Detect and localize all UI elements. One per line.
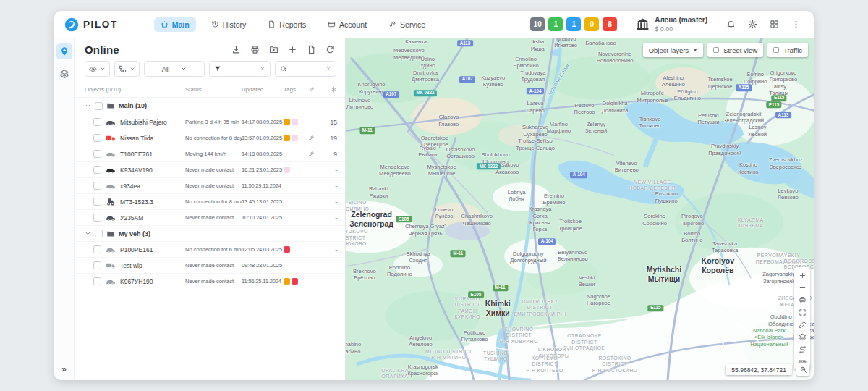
- nav-main[interactable]: Main: [154, 17, 196, 32]
- zoom-out-button[interactable]: [794, 282, 810, 294]
- collapse-chevron-icon[interactable]: [85, 230, 91, 237]
- print-map-button[interactable]: [794, 294, 810, 306]
- tag-swatch: [284, 119, 290, 125]
- col-objects[interactable]: Objects (0/10): [85, 86, 185, 93]
- object-name[interactable]: Mitsubishi Pajero: [120, 119, 167, 126]
- row-checkbox[interactable]: [93, 214, 101, 222]
- object-row[interactable]: K967УН190 Never made contact 11:56 25.11…: [75, 273, 345, 289]
- map-layers-button[interactable]: [794, 331, 810, 343]
- satellite-count: -: [318, 167, 337, 174]
- zoom-in-button[interactable]: [794, 269, 810, 282]
- area-zoom-button[interactable]: [796, 363, 809, 376]
- nav-account[interactable]: Account: [321, 17, 373, 32]
- nav-service[interactable]: Service: [382, 17, 432, 32]
- row-checkbox[interactable]: [93, 150, 101, 158]
- app-body: » Online All: [54, 38, 814, 380]
- object-status: Never made contact: [185, 214, 242, 221]
- street-view-toggle[interactable]: Street view: [707, 43, 763, 57]
- visibility-filter-dropdown[interactable]: [85, 61, 110, 77]
- route-button[interactable]: [794, 343, 810, 356]
- counter-badge[interactable]: 8: [603, 17, 617, 31]
- row-checkbox[interactable]: [93, 166, 101, 174]
- object-row[interactable]: K934AV190 Never made contact 16:21 23.01…: [75, 161, 345, 177]
- counter-badge[interactable]: 10: [530, 17, 545, 31]
- object-row[interactable]: P100PE161 No connection for 6 mon 12:05 …: [75, 241, 345, 257]
- object-name[interactable]: T100EE761: [120, 151, 153, 158]
- draw-button[interactable]: [794, 319, 810, 331]
- road-badge: E115: [766, 101, 781, 108]
- traffic-toggle[interactable]: Traffic: [767, 43, 808, 57]
- col-service-wrench-icon[interactable]: [308, 86, 318, 93]
- settings-gear-icon[interactable]: [748, 20, 757, 29]
- object-name[interactable]: P100PE161: [120, 246, 153, 253]
- object-name[interactable]: У235AM: [120, 214, 143, 222]
- counter-badge[interactable]: 0: [584, 17, 599, 31]
- refresh-icon[interactable]: [326, 45, 335, 54]
- group-checkbox[interactable]: [95, 102, 103, 110]
- user-account[interactable]: Алена (master) $ 0.00: [636, 16, 707, 33]
- collapse-chevron-icon[interactable]: [85, 103, 91, 109]
- report-file-icon[interactable]: [307, 45, 316, 54]
- search-input[interactable]: [275, 61, 336, 77]
- download-icon[interactable]: [231, 45, 241, 54]
- object-name[interactable]: Test wlp: [120, 262, 142, 269]
- object-row[interactable]: MT3-1523.3 No connection for 8 mon 13:45…: [75, 193, 345, 209]
- object-name[interactable]: MT3-1523.3: [120, 198, 153, 206]
- tag-filter-input[interactable]: [209, 61, 271, 77]
- row-checkbox[interactable]: [93, 198, 101, 206]
- object-name[interactable]: x934ea: [120, 182, 140, 190]
- search-icon: [280, 65, 287, 72]
- nav-reports[interactable]: Reports: [261, 17, 312, 32]
- row-checkbox[interactable]: [93, 134, 101, 142]
- object-row[interactable]: Nissan Tiida No connection for 8 days 13…: [75, 130, 345, 146]
- traffic-label: Traffic: [783, 46, 802, 54]
- add-folder-icon[interactable]: [269, 45, 278, 54]
- expand-panel-button[interactable]: »: [54, 364, 74, 374]
- more-menu-icon[interactable]: [791, 20, 801, 29]
- clear-search-icon[interactable]: [326, 66, 331, 72]
- col-updated[interactable]: Updated: [242, 86, 284, 93]
- row-checkbox[interactable]: [93, 182, 101, 190]
- map[interactable]: КаменкаMedvedkovo МедведковоIksha ИкшаIg…: [346, 38, 814, 380]
- object-updated: 10:10 24.01.2025: [242, 214, 284, 221]
- traffic-checkbox[interactable]: [773, 47, 779, 53]
- row-checkbox[interactable]: [93, 261, 101, 269]
- object-status: Moving 144 km/h: [185, 151, 242, 157]
- object-name[interactable]: K934AV190: [120, 167, 153, 174]
- fullscreen-button[interactable]: [794, 306, 810, 319]
- clear-filter-icon[interactable]: [260, 66, 265, 72]
- col-satellites-icon[interactable]: [318, 86, 337, 93]
- row-checkbox[interactable]: [93, 118, 101, 126]
- pilot-logo[interactable]: PILOT: [64, 17, 118, 32]
- row-checkbox[interactable]: [93, 277, 101, 285]
- notifications-bell-icon[interactable]: [726, 20, 736, 29]
- grouping-dropdown[interactable]: [114, 61, 140, 77]
- object-row[interactable]: У235AM Never made contact 10:10 24.01.20…: [75, 209, 345, 225]
- object-layers-dropdown[interactable]: Object layers: [643, 43, 703, 57]
- row-checkbox[interactable]: [93, 245, 101, 253]
- type-filter-select[interactable]: All: [144, 61, 205, 77]
- apps-icon[interactable]: [770, 20, 779, 29]
- group-row[interactable]: My veh (3): [75, 225, 345, 241]
- counter-badge[interactable]: 1: [566, 17, 581, 31]
- rail-map-pin-icon[interactable]: [56, 43, 72, 59]
- map-controls: Object layers Street view Traffic: [643, 43, 808, 57]
- street-view-checkbox[interactable]: [713, 47, 719, 53]
- object-name[interactable]: Nissan Tiida: [120, 135, 153, 142]
- col-status[interactable]: Status: [185, 86, 242, 93]
- counter-badge[interactable]: 1: [548, 17, 563, 31]
- group-row[interactable]: Main (10): [75, 98, 345, 114]
- nav-history[interactable]: History: [205, 17, 253, 32]
- object-row[interactable]: x934ea Never made contact 11:50 29.11.20…: [75, 177, 345, 193]
- print-icon[interactable]: [250, 45, 260, 54]
- col-tags[interactable]: Tags: [284, 86, 308, 93]
- rail-layers-icon[interactable]: [56, 66, 72, 82]
- object-name[interactable]: K967УН190: [120, 278, 153, 285]
- object-row[interactable]: Mitsubishi Pajero Parking 3 d 4 h 35 min…: [75, 114, 345, 130]
- object-updated: 16:21 23.01.2025: [242, 167, 284, 173]
- satellite-count: -: [318, 182, 337, 190]
- object-row[interactable]: Test wlp Never made contact 09:48 23.01.…: [75, 257, 345, 273]
- add-object-icon[interactable]: [288, 45, 297, 54]
- group-checkbox[interactable]: [95, 230, 103, 237]
- object-row[interactable]: T100EE761 Moving 144 km/h 14:18 08.09.20…: [75, 146, 345, 161]
